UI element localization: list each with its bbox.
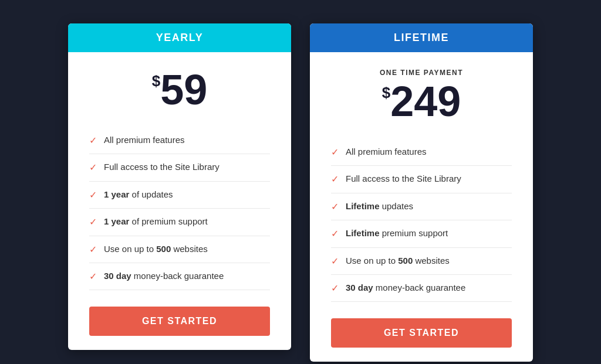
- pricing-container: YEARLY$59✓All premium features✓Full acce…: [33, 0, 568, 364]
- feature-bold-text: 1 year: [104, 216, 129, 226]
- feature-text: Use on up to 500 websites: [104, 243, 208, 255]
- price-dollar-sign: $: [152, 73, 160, 89]
- feature-bold-text: 30 day: [346, 283, 373, 292]
- feature-item: ✓30 day money-back guarantee: [89, 263, 270, 290]
- feature-item: ✓Use on up to 500 websites: [331, 248, 512, 275]
- checkmark-icon: ✓: [331, 146, 339, 159]
- pricing-card-lifetime: LIFETIMEONE TIME PAYMENT$249✓All premium…: [310, 23, 533, 362]
- yearly-body: $59✓All premium features✓Full access to …: [68, 52, 291, 350]
- feature-item: ✓All premium features: [89, 127, 270, 154]
- feature-bold-text: Lifetime: [346, 228, 380, 238]
- price-dollar-sign: $: [382, 85, 390, 100]
- feature-text: 1 year of premium support: [104, 215, 208, 227]
- checkmark-icon: ✓: [89, 270, 97, 283]
- feature-bold-text: Lifetime: [346, 201, 380, 211]
- feature-text: All premium features: [346, 145, 427, 158]
- lifetime-body: ONE TIME PAYMENT$249✓All premium feature…: [310, 52, 533, 362]
- feature-text: Lifetime premium support: [346, 227, 448, 239]
- lifetime-price: $249: [331, 80, 512, 123]
- feature-text: 30 day money-back guarantee: [104, 270, 224, 282]
- lifetime-features-list: ✓All premium features✓Full access to the…: [331, 139, 512, 302]
- feature-item: ✓Full access to the Site Library: [89, 154, 270, 181]
- feature-text: All premium features: [104, 134, 185, 146]
- feature-text: Full access to the Site Library: [104, 161, 220, 173]
- yearly-features-list: ✓All premium features✓Full access to the…: [89, 127, 270, 290]
- checkmark-icon: ✓: [89, 189, 97, 202]
- feature-item: ✓Lifetime updates: [331, 193, 512, 220]
- feature-bold-text: 500: [156, 244, 171, 254]
- feature-text: Use on up to 500 websites: [346, 254, 450, 267]
- feature-item: ✓All premium features: [331, 139, 512, 166]
- feature-item: ✓1 year of updates: [89, 182, 270, 209]
- checkmark-icon: ✓: [331, 173, 339, 186]
- feature-item: ✓30 day money-back guarantee: [331, 275, 512, 302]
- feature-item: ✓Full access to the Site Library: [331, 166, 512, 193]
- checkmark-icon: ✓: [89, 134, 97, 147]
- feature-text: Full access to the Site Library: [346, 172, 461, 185]
- yearly-price: $59: [89, 69, 270, 111]
- lifetime-cta-button[interactable]: GET STARTED: [331, 318, 512, 348]
- feature-item: ✓Lifetime premium support: [331, 220, 512, 247]
- checkmark-icon: ✓: [89, 243, 97, 256]
- price-amount: 59: [160, 69, 207, 111]
- payment-label: ONE TIME PAYMENT: [331, 69, 512, 77]
- checkmark-icon: ✓: [331, 227, 339, 240]
- checkmark-icon: ✓: [89, 161, 97, 174]
- feature-bold-text: 1 year: [104, 189, 129, 199]
- feature-text: Lifetime updates: [346, 200, 413, 212]
- checkmark-icon: ✓: [331, 255, 339, 268]
- lifetime-header: LIFETIME: [310, 23, 533, 52]
- feature-text: 1 year of updates: [104, 188, 173, 200]
- yearly-cta-button[interactable]: GET STARTED: [89, 307, 270, 336]
- checkmark-icon: ✓: [331, 282, 339, 295]
- feature-bold-text: 500: [398, 256, 413, 266]
- feature-item: ✓Use on up to 500 websites: [89, 236, 270, 263]
- yearly-header: YEARLY: [68, 23, 291, 52]
- feature-bold-text: 30 day: [104, 271, 131, 281]
- pricing-card-yearly: YEARLY$59✓All premium features✓Full acce…: [68, 23, 291, 350]
- feature-item: ✓1 year of premium support: [89, 209, 270, 236]
- checkmark-icon: ✓: [89, 216, 97, 229]
- checkmark-icon: ✓: [331, 200, 339, 213]
- price-amount: 249: [390, 80, 461, 123]
- feature-text: 30 day money-back guarantee: [346, 281, 465, 294]
